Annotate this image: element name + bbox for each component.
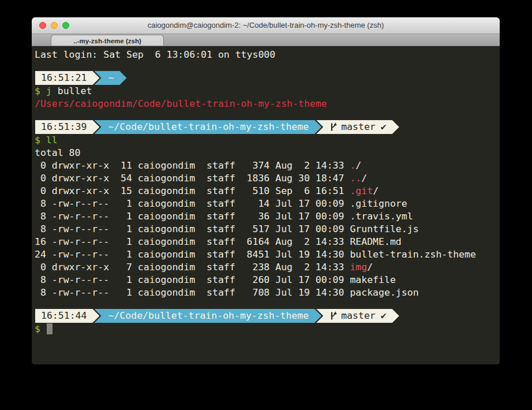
tab-bar: ..-my-zsh-theme (zsh) — [32, 34, 500, 46]
tab-active[interactable]: ..-my-zsh-theme (zsh) — [51, 35, 164, 46]
file-name: .travis.yml — [350, 211, 413, 222]
zoom-button[interactable] — [62, 22, 69, 29]
prompt-time-segment: 16:51:44 — [35, 309, 99, 323]
file-row-meta: 0 drwxr-xr-x 11 caiogondim staff 374 Aug… — [35, 160, 350, 171]
git-clean-check-icon: ✔ — [381, 120, 387, 134]
git-branch-name: master — [341, 309, 376, 323]
prompt-time: 16:51:21 — [41, 71, 87, 85]
file-row-meta: 8 -rw-r--r-- 1 caiogondim staff 517 Jul … — [35, 223, 350, 234]
prompt-dir: ~/Code/bullet-train-oh-my-zsh-theme — [108, 309, 309, 323]
prompt-time-segment: 16:51:39 — [35, 120, 99, 134]
blank-line — [35, 110, 500, 120]
output-path-line: /Users/caiogondim/Code/bullet-train-oh-m… — [35, 98, 500, 110]
file-suffix: / — [361, 173, 367, 184]
file-name: img — [350, 262, 367, 273]
prompt-line-3: 16:51:44 ~/Code/bullet-train-oh-my-zsh-t… — [35, 309, 500, 323]
prompt-dir: ~/Code/bullet-train-oh-my-zsh-theme — [108, 120, 309, 134]
git-branch-icon — [330, 311, 338, 321]
file-row: 0 drwxr-xr-x 11 caiogondim staff 374 Aug… — [35, 159, 500, 172]
file-name: bullet-train.zsh-theme — [350, 249, 476, 260]
file-listing: 0 drwxr-xr-x 11 caiogondim staff 374 Aug… — [35, 159, 500, 299]
blank-line — [35, 61, 500, 71]
file-name: README.md — [350, 236, 401, 247]
desktop: caiogondim@caiogondim-2: ~/Code/bullet-t… — [0, 0, 532, 410]
file-name: . — [350, 160, 355, 171]
listing-total-line: total 80 — [35, 147, 500, 159]
file-row: 8 -rw-r--r-- 1 caiogondim staff 517 Jul … — [35, 223, 500, 236]
file-name: package.json — [350, 287, 418, 298]
file-row: 8 -rw-r--r-- 1 caiogondim staff 260 Jul … — [35, 274, 500, 286]
last-login-line: Last login: Sat Sep 6 13:06:01 on ttys00… — [35, 49, 500, 61]
file-row-meta: 8 -rw-r--r-- 1 caiogondim staff 708 Jul … — [35, 287, 350, 298]
file-name: .. — [350, 173, 361, 184]
prompt-dir-segment: ~/Code/bullet-train-oh-my-zsh-theme — [94, 309, 321, 323]
file-row-meta: 8 -rw-r--r-- 1 caiogondim staff 36 Jul 1… — [35, 211, 350, 222]
file-row: 8 -rw-r--r-- 1 caiogondim staff 708 Jul … — [35, 286, 500, 299]
command-args: bullet — [52, 85, 92, 96]
tab-label: ..-my-zsh-theme (zsh) — [73, 38, 141, 44]
file-row-meta: 8 -rw-r--r-- 1 caiogondim staff 260 Jul … — [35, 274, 350, 285]
file-row-meta: 16 -rw-r--r-- 1 caiogondim staff 6164 Au… — [35, 236, 350, 247]
git-branch-icon — [330, 122, 338, 132]
file-name: .gitignore — [350, 198, 407, 209]
prompt-char: $ — [35, 323, 40, 334]
titlebar[interactable]: caiogondim@caiogondim-2: ~/Code/bullet-t… — [32, 17, 500, 34]
file-row: 8 -rw-r--r-- 1 caiogondim staff 36 Jul 1… — [35, 210, 500, 223]
prompt-char: $ — [35, 135, 40, 146]
git-branch-name: master — [341, 120, 376, 134]
terminal-window: caiogondim@caiogondim-2: ~/Code/bullet-t… — [32, 17, 500, 364]
prompt-line-1: 16:51:21 ~ — [35, 71, 500, 85]
file-row: 0 drwxr-xr-x 7 caiogondim staff 238 Aug … — [35, 261, 500, 274]
file-suffix: / — [367, 262, 373, 273]
file-row: 0 drwxr-xr-x 54 caiogondim staff 1836 Au… — [35, 172, 500, 185]
command-line-1: $ j bullet — [35, 85, 500, 98]
prompt-line-2: 16:51:39 ~/Code/bullet-train-oh-my-zsh-t… — [35, 120, 500, 134]
file-name: makefile — [350, 274, 395, 285]
file-row: 24 -rw-r--r-- 1 caiogondim staff 8451 Ju… — [35, 248, 500, 261]
window-title: caiogondim@caiogondim-2: ~/Code/bullet-t… — [32, 17, 500, 33]
prompt-git-segment: master ✔ — [316, 120, 399, 134]
prompt-dir-segment: ~/Code/bullet-train-oh-my-zsh-theme — [94, 120, 321, 134]
prompt-dir: ~ — [108, 71, 114, 85]
minimize-button[interactable] — [51, 22, 58, 29]
blank-line — [35, 299, 500, 309]
command-line-2: $ ll — [35, 134, 500, 147]
file-row: 0 drwxr-xr-x 15 caiogondim staff 510 Sep… — [35, 185, 500, 197]
input-line[interactable]: $ — [35, 323, 500, 336]
cursor — [47, 323, 53, 334]
command-name: j — [40, 85, 52, 96]
prompt-time: 16:51:39 — [41, 120, 87, 134]
window-controls — [39, 22, 69, 29]
file-row-meta: 0 drwxr-xr-x 15 caiogondim staff 510 Sep… — [35, 185, 350, 196]
file-suffix: / — [373, 185, 379, 196]
file-row-meta: 8 -rw-r--r-- 1 caiogondim staff 14 Jul 1… — [35, 198, 350, 209]
file-suffix: / — [355, 160, 361, 171]
prompt-time-segment: 16:51:21 — [35, 71, 99, 85]
git-clean-check-icon: ✔ — [381, 309, 387, 323]
file-row-meta: 24 -rw-r--r-- 1 caiogondim staff 8451 Ju… — [35, 249, 350, 260]
file-row-meta: 0 drwxr-xr-x 54 caiogondim staff 1836 Au… — [35, 173, 350, 184]
file-row-meta: 0 drwxr-xr-x 7 caiogondim staff 238 Aug … — [35, 262, 350, 273]
file-row: 8 -rw-r--r-- 1 caiogondim staff 14 Jul 1… — [35, 197, 500, 210]
prompt-time: 16:51:44 — [41, 309, 87, 323]
prompt-git-segment: master ✔ — [316, 309, 399, 323]
terminal-screen[interactable]: Last login: Sat Sep 6 13:06:01 on ttys00… — [32, 46, 500, 364]
file-row: 16 -rw-r--r-- 1 caiogondim staff 6164 Au… — [35, 236, 500, 248]
prompt-char: $ — [35, 85, 40, 96]
file-name: .git — [350, 185, 373, 196]
close-button[interactable] — [39, 22, 46, 29]
command-name: ll — [40, 135, 58, 146]
file-name: Gruntfile.js — [350, 223, 418, 234]
